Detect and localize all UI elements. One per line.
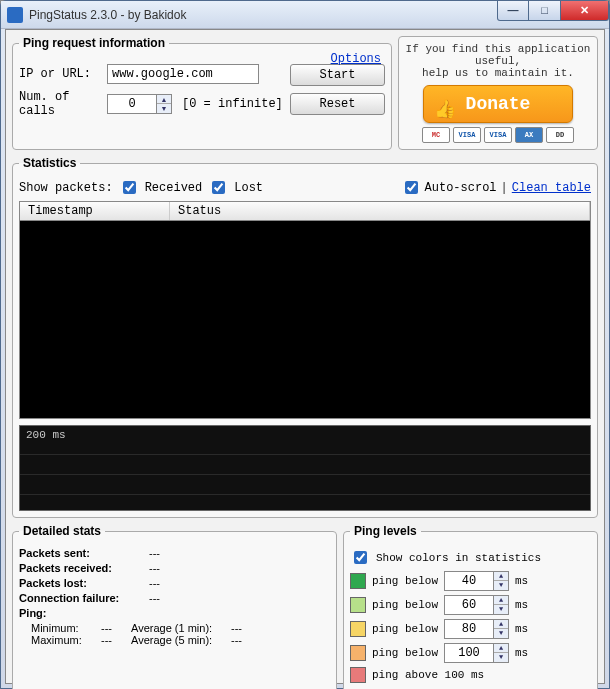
spin-down-icon[interactable]: ▼ [157,104,171,113]
maximize-button[interactable]: □ [529,1,561,21]
visa2-icon: VISA [484,127,512,143]
autoscroll-checkbox[interactable] [405,181,418,194]
level-input[interactable] [444,595,494,615]
mastercard-icon: MC [422,127,450,143]
minimize-button[interactable]: — [497,1,529,21]
level-swatch [350,597,366,613]
avg1-value: --- [231,622,261,634]
level-below-label: ping below [372,575,438,587]
detailed-stats-group: Detailed stats Packets sent:--- Packets … [12,524,337,689]
reset-button[interactable]: Reset [290,93,385,115]
level-input[interactable] [444,619,494,639]
ping-request-group: Ping request information Options IP or U… [12,36,392,150]
spin-up-icon[interactable]: ▲ [157,95,171,104]
detailed-legend: Detailed stats [19,524,105,538]
statistics-group: Statistics Show packets: Received Lost A… [12,156,598,518]
level-input[interactable] [444,571,494,591]
spin-up-icon[interactable]: ▲ [494,596,508,605]
level-row: ping below▲▼ms [350,595,591,615]
bottom-row: Detailed stats Packets sent:--- Packets … [12,524,598,689]
show-colors-checkbox[interactable] [354,551,367,564]
avg5-value: --- [231,634,261,646]
ms-label: ms [515,623,528,635]
spin-down-icon[interactable]: ▼ [494,629,508,638]
donate-text2: help us to maintain it. [405,67,591,79]
ms-label: ms [515,647,528,659]
min-value: --- [101,622,131,634]
ip-input[interactable] [107,64,259,84]
level-input[interactable] [444,643,494,663]
spin-down-icon[interactable]: ▼ [494,653,508,662]
separator: | [501,181,508,195]
lost-checkbox[interactable] [212,181,225,194]
spin-up-icon[interactable]: ▲ [494,572,508,581]
numcalls-label: Num. of calls [19,90,101,118]
ms-label: ms [515,575,528,587]
fail-label: Connection failure: [19,592,149,604]
window-controls: — □ ✕ [497,1,609,21]
level-swatch [350,621,366,637]
clear-table-link[interactable]: Clean table [512,181,591,195]
donate-group: If you find this application useful, hel… [398,36,598,150]
reset-col: Reset [290,91,385,115]
lost-value: --- [149,577,179,589]
level-row: ping above 100 ms [350,667,591,683]
app-window: PingStatus 2.3.0 - by Bakidok — □ ✕ Ping… [0,0,610,689]
spin-up-icon[interactable]: ▲ [494,620,508,629]
levels-legend: Ping levels [350,524,421,538]
received-checkbox[interactable] [123,181,136,194]
level-below-label: ping below [372,599,438,611]
start-button[interactable]: Start [290,64,385,86]
app-icon [7,7,23,23]
titlebar[interactable]: PingStatus 2.3.0 - by Bakidok — □ ✕ [1,1,609,29]
fail-value: --- [149,592,179,604]
min-label: Minimum: [31,622,101,634]
table-header: Timestamp Status [20,202,590,221]
spin-down-icon[interactable]: ▼ [494,581,508,590]
level-below-label: ping below [372,623,438,635]
show-packets-row: Show packets: Received Lost Auto-scrol |… [19,178,591,197]
level-below-label: ping below [372,647,438,659]
col-timestamp[interactable]: Timestamp [20,202,170,220]
results-table: Timestamp Status [19,201,591,419]
recv-value: --- [149,562,179,574]
top-row: Ping request information Options IP or U… [12,36,598,156]
numcalls-input[interactable] [107,94,157,114]
level-swatch [350,667,366,683]
ping-label: Ping: [19,607,149,619]
amex-icon: AX [515,127,543,143]
received-label: Received [145,181,203,195]
close-button[interactable]: ✕ [561,1,609,21]
client-area: Ping request information Options IP or U… [5,29,605,684]
lost-label: Packets lost: [19,577,149,589]
donate-text1: If you find this application useful, [405,43,591,67]
level-above-label: ping above 100 ms [372,669,484,681]
ping-request-legend: Ping request information [19,36,169,50]
col-status[interactable]: Status [170,202,590,220]
level-row: ping below▲▼ms [350,619,591,639]
spin-up-icon[interactable]: ▲ [494,644,508,653]
level-spinner: ▲▼ [444,595,509,615]
spinner-buttons: ▲▼ [494,619,509,639]
spin-down-icon[interactable]: ▼ [494,605,508,614]
numcalls-spinner: ▲ ▼ [107,94,172,114]
options-link[interactable]: Options [331,52,381,66]
grid-line [20,474,590,475]
spinner-buttons: ▲▼ [494,643,509,663]
spinner-buttons: ▲ ▼ [157,94,172,114]
table-body[interactable] [20,221,590,417]
ip-label: IP or URL: [19,67,101,81]
spinner-buttons: ▲▼ [494,595,509,615]
donate-button[interactable]: Donate [423,85,573,123]
level-swatch [350,645,366,661]
grid-line [20,494,590,495]
directdebit-icon: DD [546,127,574,143]
lost-label: Lost [234,181,263,195]
graph-scale-label: 200 ms [26,429,66,441]
avg5-label: Average (5 min): [131,634,231,646]
level-row: ping below▲▼ms [350,643,591,663]
ms-label: ms [515,599,528,611]
numcalls-row: Num. of calls ▲ ▼ [0 = infinite] Reset [19,90,385,118]
show-packets-label: Show packets: [19,181,113,195]
payment-cards: MC VISA VISA AX DD [405,127,591,143]
